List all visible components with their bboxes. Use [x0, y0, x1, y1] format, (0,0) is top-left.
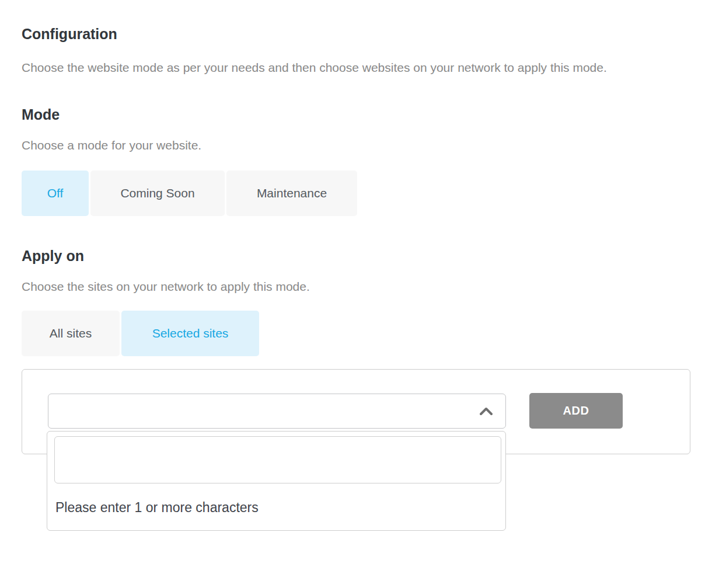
mode-description: Choose a mode for your website.	[22, 137, 690, 154]
apply-on-heading: Apply on	[22, 245, 690, 266]
mode-heading: Mode	[22, 104, 690, 125]
configuration-heading: Configuration	[22, 23, 690, 44]
add-button[interactable]: ADD	[529, 393, 623, 429]
tab-mode-coming-soon[interactable]: Coming Soon	[90, 171, 225, 216]
site-select-dropdown: Please enter 1 or more characters	[47, 431, 506, 531]
site-selector-panel: ADD Please enter 1 or more characters	[22, 369, 690, 454]
tab-selected-sites[interactable]: Selected sites	[121, 311, 259, 356]
dropdown-message: Please enter 1 or more characters	[55, 500, 259, 516]
mode-tab-group: Off Coming Soon Maintenance	[22, 171, 690, 216]
chevron-up-icon[interactable]	[480, 407, 493, 415]
site-search-input[interactable]	[54, 436, 501, 483]
apply-on-description: Choose the sites on your network to appl…	[22, 278, 690, 295]
tab-mode-maintenance[interactable]: Maintenance	[226, 171, 357, 216]
apply-on-tab-group: All sites Selected sites	[22, 311, 690, 356]
settings-page: Configuration Choose the website mode as…	[0, 23, 712, 454]
tab-mode-off[interactable]: Off	[22, 171, 89, 216]
configuration-description: Choose the website mode as per your need…	[22, 55, 690, 81]
tab-all-sites[interactable]: All sites	[22, 311, 120, 356]
site-select-combobox[interactable]	[48, 394, 506, 429]
